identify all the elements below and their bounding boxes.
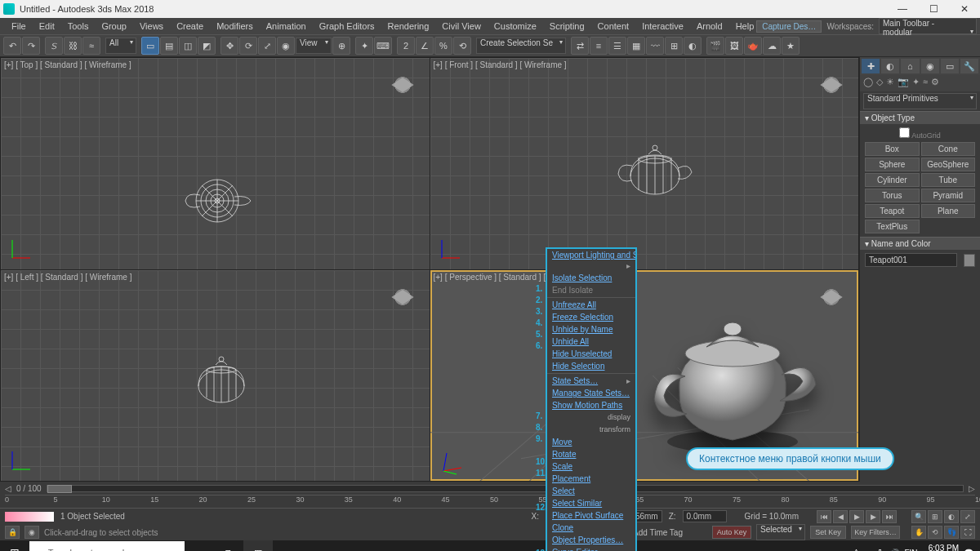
capture-button[interactable]: Capture Des… bbox=[756, 20, 822, 33]
teapot-front-wireframe[interactable] bbox=[614, 140, 696, 197]
named-selection-dropdown[interactable]: Create Selection Se bbox=[476, 38, 566, 54]
shapes-icon[interactable]: ◇ bbox=[876, 77, 883, 90]
viewport-front-label[interactable]: [+] [ Front ] [ Standard ] [ Wireframe ] bbox=[434, 60, 567, 69]
select-object-button[interactable]: ▭ bbox=[141, 37, 159, 55]
name-color-header[interactable]: ▾ Name and Color bbox=[860, 237, 980, 250]
keymode-dropdown[interactable]: Selected bbox=[756, 524, 805, 540]
modify-tab[interactable]: ◐ bbox=[881, 59, 899, 73]
maximize-button[interactable]: ☐ bbox=[918, 0, 949, 18]
tray-notifications-icon[interactable]: 💬 bbox=[964, 549, 973, 552]
mirror-button[interactable]: ⇄ bbox=[571, 37, 589, 55]
menu-grapheditors[interactable]: Graph Editors bbox=[313, 20, 381, 33]
spinner-snap-button[interactable]: ⟲ bbox=[453, 37, 471, 55]
teapot-shaded[interactable] bbox=[643, 303, 822, 458]
taskbar-search[interactable]: ○ Type here to search bbox=[29, 541, 185, 551]
context-item[interactable]: State Sets… bbox=[547, 375, 635, 387]
cone-button[interactable]: Cone bbox=[921, 142, 976, 156]
teapot-left-wireframe[interactable] bbox=[189, 352, 254, 405]
open-autodesk-button[interactable]: ★ bbox=[782, 37, 800, 55]
display-tab[interactable]: ▭ bbox=[941, 59, 959, 73]
start-button[interactable]: ⊞ bbox=[0, 540, 29, 551]
toggle-ribbon-button[interactable]: ▦ bbox=[627, 37, 645, 55]
tray-clock[interactable]: 6:03 PM9/23/2018 bbox=[923, 544, 960, 551]
align-button[interactable]: ≡ bbox=[590, 37, 608, 55]
context-item[interactable]: Unfreeze All bbox=[547, 299, 635, 311]
menu-group[interactable]: Group bbox=[95, 20, 133, 33]
motion-tab[interactable]: ◉ bbox=[921, 59, 939, 73]
menu-animation[interactable]: Animation bbox=[260, 20, 313, 33]
select-move-button[interactable]: ✥ bbox=[220, 37, 238, 55]
layer-explorer-button[interactable]: ☰ bbox=[608, 37, 626, 55]
menu-edit[interactable]: Edit bbox=[33, 20, 61, 33]
nav-zoom-button[interactable]: 🔍 bbox=[911, 510, 926, 523]
context-item[interactable]: Show Motion Paths bbox=[547, 399, 635, 411]
menu-rendering[interactable]: Rendering bbox=[381, 20, 436, 33]
nav-pan-button[interactable]: ✋ bbox=[911, 526, 926, 539]
undo-button[interactable]: ↶ bbox=[3, 37, 21, 55]
teapot-top-wireframe[interactable] bbox=[180, 172, 254, 229]
textplus-button[interactable]: TextPlus bbox=[865, 220, 920, 233]
context-item[interactable]: Select Similar bbox=[547, 497, 635, 509]
lights-icon[interactable]: ☀ bbox=[886, 77, 894, 90]
schematic-view-button[interactable]: ⊞ bbox=[665, 37, 683, 55]
menu-civilview[interactable]: Civil View bbox=[435, 20, 487, 33]
context-item[interactable]: Manage State Sets… bbox=[547, 387, 635, 399]
nav-walk-button[interactable]: 👣 bbox=[944, 526, 959, 539]
menu-interactive[interactable]: Interactive bbox=[635, 20, 690, 33]
tray-up-icon[interactable]: ˄ bbox=[854, 549, 858, 552]
redo-button[interactable]: ↷ bbox=[22, 37, 40, 55]
tray-volume-icon[interactable]: 🔊 bbox=[889, 549, 899, 552]
cylinder-button[interactable]: Cylinder bbox=[865, 173, 920, 187]
next-frame-button[interactable]: ▶ bbox=[866, 510, 880, 523]
menu-create[interactable]: Create bbox=[170, 20, 210, 33]
context-item[interactable]: Scale bbox=[547, 460, 635, 473]
keyboard-shortcut-button[interactable]: ⌨ bbox=[374, 37, 392, 55]
curve-editor-button[interactable]: 〰 bbox=[646, 37, 664, 55]
menu-tools[interactable]: Tools bbox=[61, 20, 96, 33]
ref-coord-dropdown[interactable]: View bbox=[296, 38, 332, 54]
system-tray[interactable]: ˄ ☁ 🖧 🔊 FIN 6:03 PM9/23/2018 💬 bbox=[854, 544, 980, 551]
menu-arnold[interactable]: Arnold bbox=[690, 20, 729, 33]
box-button[interactable]: Box bbox=[865, 142, 920, 156]
context-item[interactable]: Placement bbox=[547, 473, 635, 485]
minimize-button[interactable]: — bbox=[887, 0, 918, 18]
context-item[interactable]: Move bbox=[547, 436, 635, 448]
context-item[interactable]: Object Properties… bbox=[547, 534, 635, 546]
time-slider-thumb[interactable] bbox=[47, 485, 72, 493]
menu-content[interactable]: Content bbox=[591, 20, 636, 33]
pyramid-button[interactable]: Pyramid bbox=[921, 189, 976, 202]
context-item[interactable]: Place Pivot Surface bbox=[547, 509, 635, 522]
window-crossing-button[interactable]: ◩ bbox=[198, 37, 216, 55]
angle-snap-button[interactable]: ∠ bbox=[416, 37, 434, 55]
render-setup-button[interactable]: 🎬 bbox=[706, 37, 724, 55]
select-rotate-button[interactable]: ⟳ bbox=[239, 37, 257, 55]
context-item[interactable]: Hide Selection bbox=[547, 360, 635, 372]
object-type-header[interactable]: ▾ Object Type bbox=[860, 111, 980, 124]
viewcube-icon[interactable] bbox=[389, 283, 416, 311]
add-time-tag[interactable]: Add Time Tag bbox=[633, 528, 683, 537]
time-slider[interactable] bbox=[47, 485, 964, 492]
coord-z[interactable]: 0.0mm bbox=[683, 510, 727, 522]
menu-views[interactable]: Views bbox=[133, 20, 170, 33]
autogrid-checkbox[interactable] bbox=[899, 127, 910, 138]
context-item[interactable]: Viewport Lighting and Shadows bbox=[547, 249, 635, 272]
link-button[interactable]: 𝘚 bbox=[45, 37, 63, 55]
nav-extents-button[interactable]: ⤢ bbox=[960, 510, 975, 523]
viewport-front[interactable]: [+] [ Front ] [ Standard ] [ Wireframe ] bbox=[430, 58, 859, 269]
hierarchy-tab[interactable]: ⌂ bbox=[901, 59, 919, 73]
taskbar-app-3dsmax[interactable]: ▦ bbox=[243, 540, 273, 551]
viewcube-icon[interactable] bbox=[817, 71, 845, 99]
menu-file[interactable]: File bbox=[5, 20, 33, 33]
tray-cloud-icon[interactable]: ☁ bbox=[863, 549, 871, 552]
menu-modifiers[interactable]: Modifiers bbox=[210, 20, 260, 33]
context-item[interactable]: Unhide All bbox=[547, 335, 635, 348]
close-button[interactable]: ✕ bbox=[949, 0, 980, 18]
torus-button[interactable]: Torus bbox=[865, 189, 920, 202]
manipulate-button[interactable]: ✦ bbox=[355, 37, 373, 55]
time-ruler[interactable]: 0510152025303540455055606570758085909510… bbox=[5, 495, 975, 506]
unlink-button[interactable]: ⛓ bbox=[64, 37, 82, 55]
setkey-button[interactable]: Set Key bbox=[810, 526, 846, 539]
context-item[interactable]: Curve Editor… bbox=[547, 546, 635, 551]
context-item[interactable]: Rotate bbox=[547, 448, 635, 460]
context-item[interactable]: Unhide by Name bbox=[547, 323, 635, 335]
